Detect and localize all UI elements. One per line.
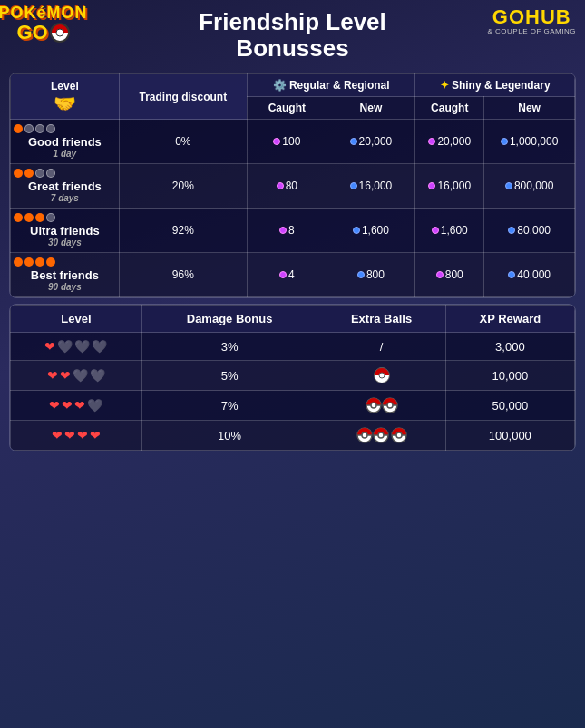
- dot-row: [14, 257, 116, 267]
- bonus-table: Level Damage Bonus Extra Balls XP Reward…: [10, 305, 575, 451]
- level-days: 7 days: [14, 193, 116, 203]
- stardust-blue-icon: [505, 182, 512, 189]
- discount-cell: 0%: [119, 120, 247, 164]
- stardust-value: 100: [250, 135, 324, 148]
- stardust-value: 1,000,000: [487, 135, 571, 148]
- rr-caught-cell: 100: [247, 120, 327, 164]
- level-name: Great friends: [14, 180, 116, 193]
- stardust-value: 80: [250, 180, 324, 192]
- stardust-value: 4: [250, 268, 324, 281]
- dot-row: [14, 124, 116, 133]
- level-cell: Great friends 7 days: [11, 164, 120, 209]
- stardust-blue-icon: [357, 271, 365, 278]
- stardust-value: 1,600: [330, 224, 413, 237]
- stardust-blue-icon: [353, 227, 360, 234]
- sl-new-cell: 40,000: [484, 253, 575, 297]
- damage-cell: 3%: [141, 333, 317, 361]
- shiny-legendary-header: ✦ Shiny & Legendary: [415, 74, 575, 97]
- sl-new-cell: 1,000,000: [484, 120, 575, 164]
- sparkle-icon: ✦: [440, 79, 452, 92]
- stardust-value: 8: [250, 224, 324, 237]
- sl-new-cell: 800,000: [484, 164, 575, 209]
- damage-cell: 5%: [141, 361, 317, 391]
- sl-caught-cell: 16,000: [415, 164, 484, 209]
- level-days: 90 days: [14, 282, 116, 292]
- rr-new-cell: 1,600: [327, 209, 415, 253]
- stardust-value: 20,000: [330, 135, 413, 148]
- level-name: Ultra friends: [14, 224, 116, 238]
- bonus-balls-header: Extra Balls: [317, 306, 445, 333]
- bonus-level-header: Level: [11, 306, 142, 333]
- discount-cell: 96%: [119, 253, 247, 297]
- stardust-icon: [273, 138, 280, 145]
- svg-point-14: [396, 432, 402, 438]
- bonus-level-cell: ❤❤❤❤: [11, 421, 142, 451]
- table-row: ❤❤❤🤍 7% 50,000: [11, 391, 575, 421]
- sl-new-cell: 80,000: [484, 209, 575, 253]
- level-name: Best friends: [14, 268, 116, 282]
- gohub-main: GOHUB: [488, 7, 576, 27]
- page-title: Friendship Level Bonusses: [199, 9, 386, 61]
- bonus-level-cell: ❤❤❤🤍: [11, 391, 142, 421]
- table-row: ❤❤🤍🤍 5% 10,000: [11, 361, 575, 391]
- rr-caught-header: Caught: [247, 97, 327, 120]
- stardust-value: 80,000: [487, 224, 571, 237]
- rr-new-cell: 20,000: [327, 120, 415, 164]
- stardust-icon: [279, 271, 287, 278]
- stardust-value: 40,000: [487, 268, 571, 281]
- stardust-icon: [279, 227, 287, 234]
- gohub-logo: GOHUB & COUPLE OF GAMING: [488, 7, 576, 35]
- level-name: Good friends: [14, 135, 116, 149]
- balls-cell: [317, 421, 445, 451]
- level-cell: Ultra friends 30 days: [11, 209, 120, 253]
- table-row: Best friends 90 days 96% 4 800 800: [11, 253, 575, 297]
- regular-regional-header: ⚙️ Regular & Regional: [247, 74, 414, 97]
- xp-cell: 3,000: [445, 333, 574, 361]
- bonus-damage-header: Damage Bonus: [141, 306, 317, 333]
- friendship-table-container: Level 🤝 Trading discount ⚙️ Regular & Re…: [9, 73, 576, 298]
- discount-cell: 20%: [119, 164, 247, 209]
- dot-row: [14, 169, 116, 178]
- stardust-blue-icon: [501, 138, 508, 145]
- bonus-xp-header: XP Reward: [445, 306, 574, 333]
- gohub-sub: & COUPLE OF GAMING: [488, 27, 576, 35]
- rr-new-header: New: [327, 97, 415, 120]
- level-header: Level 🤝: [11, 74, 120, 120]
- stardust-value: 16,000: [418, 180, 481, 192]
- rr-new-cell: 16,000: [327, 164, 415, 209]
- bonus-level-cell: ❤❤🤍🤍: [11, 361, 142, 391]
- bonus-level-cell: ❤🤍🤍🤍: [11, 333, 142, 361]
- greatball-pair-icon: [366, 397, 398, 413]
- bonus-table-container: Level Damage Bonus Extra Balls XP Reward…: [9, 304, 576, 451]
- stardust-icon: [436, 271, 444, 278]
- xp-cell: 10,000: [445, 361, 574, 391]
- discount-cell: 92%: [119, 209, 247, 253]
- discount-header: Trading discount: [119, 74, 247, 120]
- stardust-value: 20,000: [418, 135, 481, 148]
- go-logo: GO: [16, 21, 69, 44]
- table-row: Good friends 1 day 0% 100 20,000 20,000: [11, 120, 575, 164]
- stardust-icon: [428, 182, 435, 189]
- stardust-icon: [428, 138, 435, 145]
- stardust-icon: [277, 182, 284, 189]
- balls-cell: /: [317, 333, 445, 361]
- level-days: 30 days: [14, 238, 116, 248]
- svg-point-11: [378, 432, 384, 438]
- svg-point-2: [371, 403, 376, 408]
- app-container: POKéMON GO Friendship Level Bonusses GOH…: [0, 0, 585, 451]
- rr-caught-cell: 4: [247, 253, 327, 297]
- svg-point-5: [387, 403, 393, 408]
- level-cell: Good friends 1 day: [11, 120, 120, 164]
- table-row: Ultra friends 30 days 92% 8 1,600 1,600: [11, 209, 575, 253]
- pokemon-text: POKéMON: [0, 5, 88, 21]
- table-row: ❤❤❤❤ 10% 100,000: [11, 421, 575, 451]
- svg-point-8: [362, 432, 367, 438]
- friendship-table: Level 🤝 Trading discount ⚙️ Regular & Re…: [10, 73, 575, 297]
- balls-cell: [317, 361, 445, 391]
- stardust-blue-icon: [350, 182, 357, 189]
- stardust-blue-icon: [508, 227, 515, 234]
- xp-cell: 100,000: [445, 421, 574, 451]
- stardust-value: 800: [330, 268, 413, 281]
- go-text: GO: [16, 21, 47, 44]
- stardust-icon: [432, 227, 439, 234]
